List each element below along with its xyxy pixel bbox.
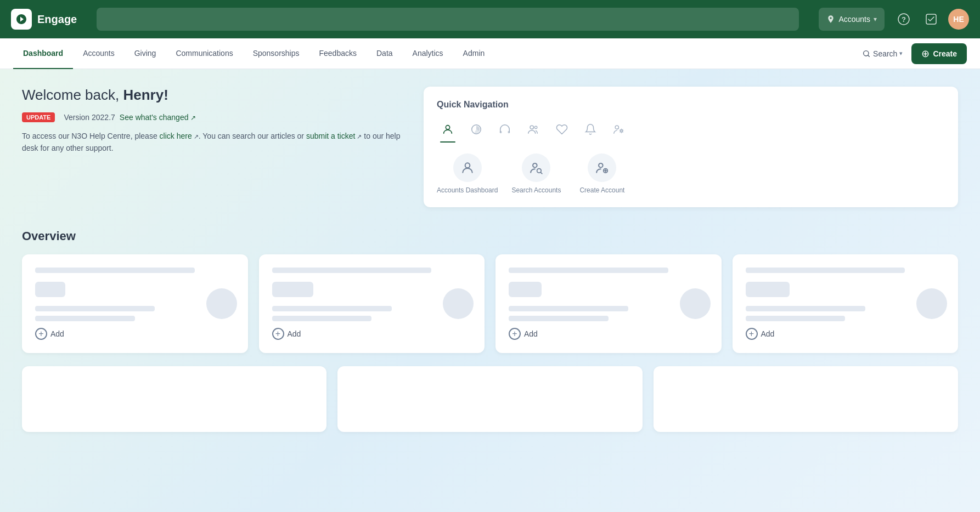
skeleton-line bbox=[35, 316, 135, 321]
card-4-skeleton bbox=[746, 268, 945, 321]
top-section: Welcome back, Henry! UPDATE Version 2022… bbox=[22, 87, 958, 207]
svg-rect-7 bbox=[508, 131, 510, 134]
create-account-label: Create Account bbox=[579, 186, 624, 194]
overview-card-4: + Add bbox=[733, 254, 959, 353]
top-nav-actions: ? HE bbox=[893, 9, 969, 30]
overview-cards-grid: + Add + Add bbox=[22, 254, 958, 353]
shortcut-create-account[interactable]: Create Account bbox=[575, 153, 629, 194]
nav-item-communications[interactable]: Communications bbox=[166, 38, 243, 69]
svg-point-10 bbox=[615, 126, 618, 129]
quick-nav-card: Quick Navigation bbox=[424, 87, 958, 207]
search-accounts-label: Search Accounts bbox=[511, 186, 561, 194]
add-icon: + bbox=[272, 328, 284, 340]
global-search-input[interactable] bbox=[97, 8, 799, 31]
sec-nav-right: Search ▾ ⊕ Create bbox=[858, 43, 967, 64]
svg-rect-6 bbox=[500, 131, 502, 134]
overview-card-2: + Add bbox=[259, 254, 485, 353]
quick-nav-icons-row bbox=[437, 118, 945, 140]
overview-card-1: + Add bbox=[22, 254, 248, 353]
svg-point-4 bbox=[446, 126, 449, 129]
qn-icon-bell[interactable] bbox=[579, 118, 601, 140]
nav-item-giving[interactable]: Giving bbox=[125, 38, 166, 69]
card-circle-decoration bbox=[680, 288, 711, 319]
skeleton-block bbox=[509, 282, 542, 297]
add-button-3[interactable]: + Add bbox=[509, 328, 708, 340]
add-button-4[interactable]: + Add bbox=[746, 328, 945, 340]
card-3-skeleton bbox=[509, 268, 708, 321]
card-4-mid bbox=[746, 282, 945, 297]
svg-point-13 bbox=[533, 163, 537, 168]
main-content: Welcome back, Henry! UPDATE Version 2022… bbox=[0, 69, 980, 512]
qn-icon-person[interactable] bbox=[437, 118, 459, 140]
qn-icon-headset[interactable] bbox=[494, 118, 516, 140]
create-button[interactable]: ⊕ Create bbox=[911, 43, 967, 64]
nav-item-data[interactable]: Data bbox=[367, 38, 403, 69]
card-1-skeleton bbox=[35, 268, 235, 321]
search-label: Search bbox=[873, 49, 897, 58]
svg-point-8 bbox=[530, 126, 533, 129]
nav-item-analytics[interactable]: Analytics bbox=[403, 38, 453, 69]
add-icon: + bbox=[509, 328, 521, 340]
svg-point-9 bbox=[534, 126, 537, 129]
create-label: Create bbox=[933, 49, 957, 58]
skeleton-line bbox=[35, 306, 155, 311]
card-3-mid bbox=[509, 282, 708, 297]
click-here-link[interactable]: click here bbox=[160, 132, 192, 140]
skeleton-line bbox=[272, 306, 392, 311]
overview-title: Overview bbox=[22, 229, 958, 243]
update-badge: UPDATE bbox=[22, 112, 55, 122]
qn-icon-group[interactable] bbox=[522, 118, 544, 140]
shortcut-search-accounts[interactable]: Search Accounts bbox=[509, 153, 564, 194]
skeleton-line bbox=[509, 268, 668, 273]
skeleton-line bbox=[746, 268, 905, 273]
submit-external-icon: ↗ bbox=[355, 133, 362, 140]
accounts-dashboard-label: Accounts Dashboard bbox=[437, 186, 498, 194]
welcome-title: Welcome back, Henry! bbox=[22, 87, 406, 104]
svg-point-15 bbox=[599, 163, 603, 168]
external-link-icon: ↗ bbox=[190, 114, 196, 122]
logo[interactable]: Engage bbox=[11, 9, 77, 30]
quick-nav-shortcuts: Accounts Dashboard Search Accounts bbox=[437, 153, 945, 194]
overview-card-3: + Add bbox=[495, 254, 722, 353]
overview-section: Overview + Add bbox=[22, 229, 958, 432]
skeleton-line bbox=[272, 268, 432, 273]
qn-icon-heart[interactable] bbox=[551, 118, 573, 140]
welcome-card: Welcome back, Henry! UPDATE Version 2022… bbox=[22, 87, 406, 155]
skeleton-line bbox=[746, 306, 865, 311]
card-2-skeleton bbox=[272, 268, 472, 321]
search-scope-button[interactable]: Accounts ▾ bbox=[819, 8, 885, 31]
nav-item-dashboard[interactable]: Dashboard bbox=[13, 38, 73, 69]
skeleton-line bbox=[746, 316, 846, 321]
nav-item-sponsorships[interactable]: Sponsorships bbox=[243, 38, 309, 69]
card-circle-decoration bbox=[443, 288, 474, 319]
avatar[interactable]: HE bbox=[948, 9, 969, 30]
update-row: UPDATE Version 2022.7 See what's changed… bbox=[22, 112, 406, 122]
nav-item-admin[interactable]: Admin bbox=[453, 38, 495, 69]
card-circle-decoration bbox=[206, 288, 237, 319]
skeleton-block bbox=[272, 282, 313, 297]
skeleton-block bbox=[746, 282, 790, 297]
version-text: Version 2022.7 bbox=[64, 113, 115, 122]
add-icon: + bbox=[35, 328, 47, 340]
help-button[interactable]: ? bbox=[893, 9, 914, 30]
nav-item-accounts[interactable]: Accounts bbox=[73, 38, 125, 69]
shortcut-accounts-dashboard[interactable]: Accounts Dashboard bbox=[437, 153, 498, 194]
card-1-mid bbox=[35, 282, 235, 297]
nav-item-feedbacks[interactable]: Feedbacks bbox=[309, 38, 367, 69]
search-dropdown-button[interactable]: Search ▾ bbox=[858, 49, 907, 58]
skeleton-block bbox=[35, 282, 65, 297]
qn-icon-chart[interactable] bbox=[465, 118, 487, 140]
qn-icon-people-settings[interactable] bbox=[608, 118, 630, 140]
svg-text:?: ? bbox=[902, 15, 906, 24]
search-scope-label: Accounts bbox=[838, 15, 870, 24]
submit-ticket-link[interactable]: submit a ticket bbox=[306, 132, 355, 140]
search-accounts-icon bbox=[522, 153, 550, 182]
skeleton-line bbox=[509, 306, 628, 311]
see-whats-changed-link[interactable]: See what's changed ↗ bbox=[120, 113, 196, 122]
wide-card-2 bbox=[337, 366, 642, 432]
checklist-button[interactable] bbox=[921, 9, 942, 30]
add-button-2[interactable]: + Add bbox=[272, 328, 472, 340]
top-navigation: Engage Accounts ▾ ? HE bbox=[0, 0, 980, 38]
wide-card-1 bbox=[22, 366, 326, 432]
add-button-1[interactable]: + Add bbox=[35, 328, 235, 340]
